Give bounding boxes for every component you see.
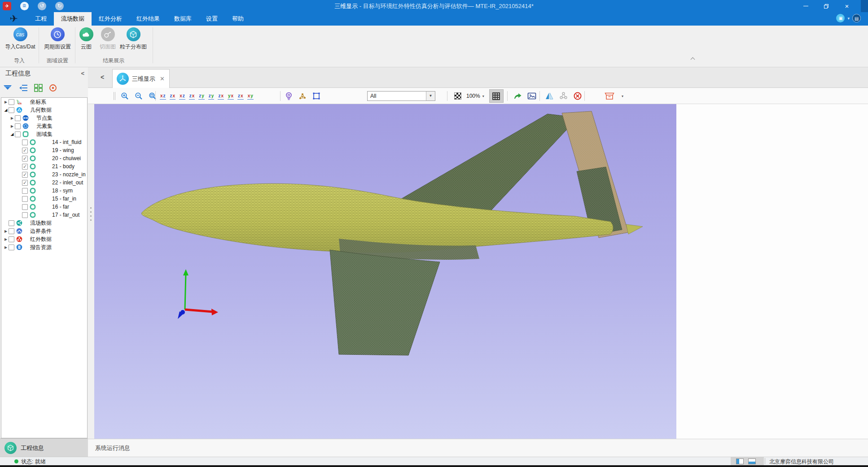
- target-icon[interactable]: [48, 83, 57, 92]
- periodic-face-button[interactable]: 周期面设置: [41, 26, 74, 51]
- tree-checkbox[interactable]: [22, 188, 28, 194]
- redo-icon[interactable]: ↻: [55, 2, 64, 10]
- tree-item-label[interactable]: 流场数据: [30, 219, 52, 227]
- zoom-in-icon[interactable]: [120, 92, 129, 100]
- tree-row[interactable]: ◢几何数据: [1, 106, 87, 114]
- tree-checkbox[interactable]: [9, 244, 14, 250]
- tree-row[interactable]: 18 - sym: [1, 187, 87, 195]
- toolbar-grip-icon[interactable]: [114, 92, 115, 100]
- layout-bottom-panel-icon[interactable]: [748, 458, 756, 464]
- menu-item-3[interactable]: 红外结果: [129, 12, 167, 26]
- tree-checkbox[interactable]: [9, 99, 14, 105]
- tree-item-label[interactable]: 元素集: [36, 122, 53, 130]
- menu-item-6[interactable]: 帮助: [225, 12, 251, 26]
- particles-icon[interactable]: [298, 92, 307, 100]
- tree-row[interactable]: 14 - int_fluid: [1, 138, 87, 146]
- snapshot-icon[interactable]: [527, 92, 537, 100]
- network-icon[interactable]: [559, 92, 568, 100]
- tree-expander-icon[interactable]: ▶: [9, 124, 15, 128]
- manual-icon[interactable]: ▤: [852, 14, 861, 22]
- tree-row[interactable]: ✓21 - body: [1, 162, 87, 170]
- tree-checkbox[interactable]: ✓: [22, 156, 28, 161]
- tree-item-label[interactable]: 节点集: [36, 114, 53, 122]
- view-orientation-icon-xz[interactable]: xz: [179, 93, 185, 100]
- tree-expander-icon[interactable]: ▶: [3, 229, 9, 233]
- transparency-icon[interactable]: [454, 92, 461, 100]
- view-orientation-icon-zx[interactable]: zx: [170, 93, 176, 100]
- tree-expander-icon[interactable]: ▶: [9, 116, 15, 120]
- list-detail-icon[interactable]: [18, 83, 28, 92]
- tree-item-label[interactable]: 面域集: [36, 131, 53, 138]
- tree-row[interactable]: ▶元素集: [1, 122, 87, 130]
- tree-row[interactable]: ✓20 - chuiwei: [1, 154, 87, 162]
- zoom-level-value[interactable]: 100%: [466, 93, 480, 99]
- view-orientation-icon-zy[interactable]: zy: [198, 93, 205, 100]
- panel-bottom-bar[interactable]: 工程信息: [0, 438, 88, 457]
- tree-row[interactable]: 流场数据: [1, 219, 87, 227]
- tree-row[interactable]: ✓19 - wing: [1, 146, 87, 154]
- tree-checkbox[interactable]: [9, 107, 14, 113]
- tree-checkbox[interactable]: ✓: [22, 164, 28, 170]
- tree-item-label[interactable]: 16 - far: [52, 204, 69, 210]
- tree-item-label[interactable]: 边界条件: [30, 227, 52, 235]
- app-icon[interactable]: ✈: [3, 2, 11, 10]
- tree-checkbox[interactable]: [15, 123, 21, 129]
- export-arrow-icon[interactable]: [513, 92, 522, 100]
- view-orientation-icon-zx[interactable]: zx: [237, 93, 244, 100]
- menu-item-4[interactable]: 数据库: [167, 12, 199, 26]
- cancel-icon[interactable]: [573, 92, 582, 100]
- tab-3d-view[interactable]: 三维显示 ✕: [112, 69, 170, 88]
- tree-row[interactable]: ✓22 - inlet_out: [1, 179, 87, 187]
- tree-checkbox[interactable]: ✓: [22, 172, 28, 178]
- tab-close-icon[interactable]: ✕: [160, 75, 165, 82]
- tree-expander-icon[interactable]: ▶: [3, 245, 9, 249]
- tree-expander-icon[interactable]: ▶: [3, 237, 9, 241]
- tree-checkbox[interactable]: [22, 212, 28, 218]
- view-orientation-icon-xy[interactable]: xy: [247, 93, 254, 100]
- tree-row[interactable]: 15 - far_in: [1, 195, 87, 203]
- view-orientation-icon-zx[interactable]: zx: [189, 93, 195, 100]
- viewport-3d[interactable]: [94, 104, 676, 439]
- tab-scroll-left-icon[interactable]: <: [101, 74, 104, 81]
- view-orientation-icon-zy[interactable]: zy: [208, 93, 215, 100]
- tree-row[interactable]: ▶边界条件: [1, 227, 87, 235]
- tree-checkbox[interactable]: [22, 140, 28, 145]
- filter-icon[interactable]: [2, 83, 13, 92]
- tree-checkbox[interactable]: [15, 131, 21, 137]
- tree-item-label[interactable]: 报告资源: [30, 244, 52, 251]
- particle-distribution-button[interactable]: 粒子分布图: [119, 26, 148, 51]
- zoom-fit-icon[interactable]: [148, 92, 157, 100]
- menu-item-2[interactable]: 红外分析: [92, 12, 129, 26]
- menu-item-5[interactable]: 设置: [199, 12, 225, 26]
- tree-item-label[interactable]: 15 - far_in: [52, 196, 76, 202]
- tree-checkbox[interactable]: [9, 236, 14, 242]
- import-casdat-button[interactable]: cas 导入Cas/Dat: [4, 26, 37, 51]
- panel-collapse-icon[interactable]: <: [81, 70, 84, 77]
- tree-row[interactable]: ◢面域集: [1, 130, 87, 138]
- mirror-icon[interactable]: [545, 92, 554, 100]
- zoom-out-icon[interactable]: [134, 92, 143, 100]
- undo-icon[interactable]: ↺: [38, 2, 46, 10]
- tree-checkbox[interactable]: [22, 204, 28, 210]
- select-region-icon[interactable]: [312, 92, 321, 100]
- zoom-level-caret-icon[interactable]: ▾: [482, 94, 484, 98]
- tree-item-label[interactable]: 20 - chuiwei: [52, 155, 81, 161]
- view-orientation-icon-yx[interactable]: yx: [228, 93, 234, 100]
- new-document-icon[interactable]: 🗎: [20, 2, 29, 10]
- grid-view-icon[interactable]: [34, 83, 43, 92]
- theme-icon[interactable]: ▣: [836, 14, 845, 22]
- tree-item-label[interactable]: 22 - inlet_out: [52, 179, 83, 186]
- tree-item-label[interactable]: 21 - body: [52, 163, 75, 170]
- tree-row[interactable]: ▶红外数据: [1, 235, 87, 243]
- archive-caret-icon[interactable]: ▾: [622, 94, 623, 98]
- tree-checkbox[interactable]: [9, 220, 14, 226]
- tree-item-label[interactable]: 23 - nozzle_in: [52, 171, 86, 178]
- tree-row[interactable]: ▶zyx坐标系: [1, 98, 87, 106]
- menu-item-0[interactable]: 工程: [28, 12, 54, 26]
- ribbon-collapse-icon[interactable]: [691, 58, 697, 61]
- layout-left-panel-icon[interactable]: [736, 458, 744, 464]
- tree-row[interactable]: ✓23 - nozzle_in: [1, 170, 87, 179]
- tree-row[interactable]: 17 - far_out: [1, 211, 87, 219]
- contour-button[interactable]: 云图: [77, 26, 95, 51]
- panel-splitter[interactable]: [88, 67, 94, 457]
